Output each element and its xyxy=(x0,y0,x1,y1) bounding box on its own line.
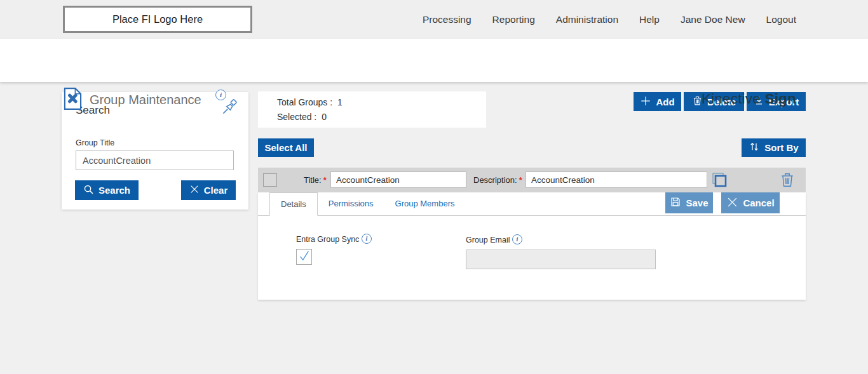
group-title-label: Group Title xyxy=(76,138,114,147)
select-all-button[interactable]: Select All xyxy=(258,138,314,157)
search-button[interactable]: Search xyxy=(75,180,139,200)
nav-reporting[interactable]: Reporting xyxy=(492,14,535,25)
copy-button[interactable] xyxy=(709,170,729,192)
sort-icon xyxy=(749,141,760,154)
brand-logo: Kinective Sign xyxy=(702,91,796,107)
row-checkbox[interactable] xyxy=(263,173,277,187)
top-navigation: Processing Reporting Administration Help… xyxy=(423,0,796,39)
page-info-icon[interactable]: i xyxy=(215,90,226,100)
entra-group-sync-checkbox[interactable] xyxy=(296,249,312,265)
copy-icon xyxy=(709,183,729,192)
nav-administration[interactable]: Administration xyxy=(556,14,618,25)
total-groups-count: Total Groups : 1 xyxy=(277,97,342,107)
group-row: Title:* Description:* xyxy=(258,168,806,192)
cancel-icon xyxy=(726,196,738,210)
search-panel: Search Group Title Search Clear xyxy=(62,92,248,210)
nav-user-menu[interactable]: Jane Doe New xyxy=(681,14,745,25)
title-label: Title:* xyxy=(304,175,327,185)
description-label: Description:* xyxy=(473,175,522,185)
description-required-asterisk: * xyxy=(519,175,522,185)
tab-group-members[interactable]: Group Members xyxy=(384,192,466,215)
tab-permissions[interactable]: Permissions xyxy=(318,192,384,215)
group-maintenance-icon xyxy=(64,87,82,113)
pin-icon[interactable] xyxy=(221,98,238,117)
search-icon xyxy=(83,184,94,197)
plus-icon xyxy=(640,95,651,109)
entra-group-sync-info-icon[interactable]: i xyxy=(362,234,372,244)
clear-icon xyxy=(189,184,200,196)
brand-name: Kinective xyxy=(702,91,761,107)
nav-processing[interactable]: Processing xyxy=(423,14,471,25)
cancel-button[interactable]: Cancel xyxy=(721,192,780,213)
nav-help[interactable]: Help xyxy=(639,14,660,25)
brand-product: Sign xyxy=(764,91,796,107)
page-title: Group Maintenance xyxy=(90,93,201,107)
group-email-label: Group Email i xyxy=(466,234,522,244)
entra-group-sync-label: Entra Group Sync i xyxy=(296,234,372,244)
nav-logout[interactable]: Logout xyxy=(766,14,796,25)
check-icon xyxy=(297,249,311,265)
row-description-input[interactable] xyxy=(526,171,707,188)
tab-details[interactable]: Details xyxy=(269,192,318,216)
sort-by-button[interactable]: Sort By xyxy=(742,138,806,157)
app-header: Group Maintenance i Kinective Sign xyxy=(0,39,868,82)
selected-count: Selected : 0 xyxy=(277,112,327,122)
group-details-panel: Details Permissions Group Members Save C… xyxy=(258,192,806,300)
add-button[interactable]: Add xyxy=(634,92,681,111)
row-title-input[interactable] xyxy=(330,171,466,188)
title-required-asterisk: * xyxy=(323,175,327,185)
trash-icon xyxy=(779,181,796,190)
fi-logo-text: Place FI Logo Here xyxy=(112,13,203,25)
save-button[interactable]: Save xyxy=(665,192,713,213)
save-icon xyxy=(670,196,681,210)
clear-button[interactable]: Clear xyxy=(181,180,236,200)
groups-summary: Total Groups : 1 Selected : 0 xyxy=(258,91,486,128)
row-delete-button[interactable] xyxy=(779,171,796,190)
fi-logo-placeholder: Place FI Logo Here xyxy=(63,6,252,33)
group-title-input[interactable] xyxy=(76,150,234,170)
group-email-info-icon[interactable]: i xyxy=(512,234,522,244)
group-email-input xyxy=(466,250,656,269)
top-bar: Place FI Logo Here Processing Reporting … xyxy=(0,0,868,39)
